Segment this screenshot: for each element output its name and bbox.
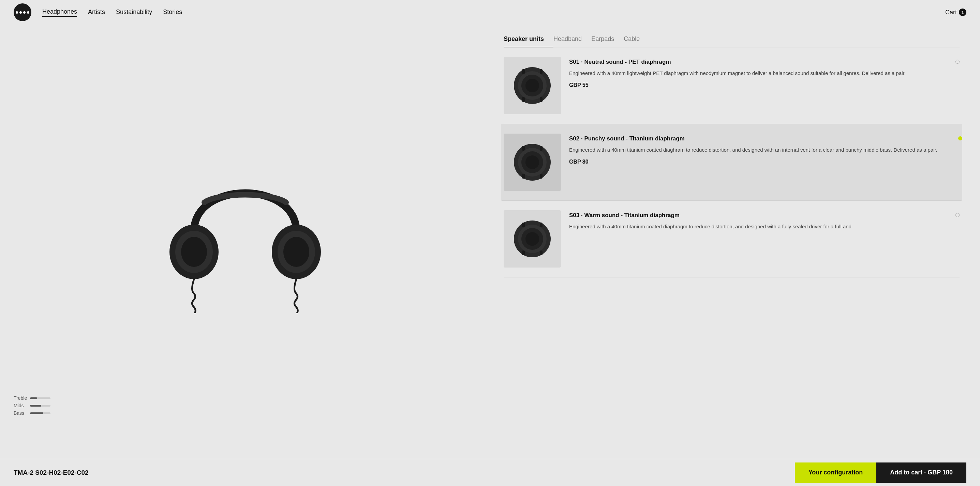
- product-name-s03: S03 · Warm sound - Titanium diaphragm: [569, 212, 959, 219]
- svg-rect-12: [540, 69, 542, 74]
- cart-badge: 1: [959, 8, 966, 16]
- nav-stories[interactable]: Stories: [163, 8, 182, 16]
- svg-rect-29: [522, 251, 525, 255]
- svg-point-26: [525, 232, 539, 246]
- nav-artists[interactable]: Artists: [88, 8, 105, 16]
- product-card-s03[interactable]: S03 · Warm sound - Titanium diaphragm En…: [504, 201, 959, 278]
- nav-headphones[interactable]: Headphones: [42, 8, 77, 17]
- product-thumb-s03: [504, 210, 561, 268]
- eq-display: Treble Mids Bass: [14, 395, 51, 418]
- product-card-s02[interactable]: S02 · Punchy sound - Titanium diaphragm …: [501, 124, 962, 201]
- tab-headband[interactable]: Headband: [554, 31, 591, 48]
- eq-treble-bar-bg: [30, 397, 51, 399]
- product-desc-s03: Engineered with a 40mm titanium coated d…: [569, 222, 959, 231]
- product-desc-s02: Engineered with a 40mm titanium coated d…: [569, 146, 959, 154]
- product-desc-s01: Engineered with a 40mm lightweight PET d…: [569, 69, 959, 77]
- svg-rect-21: [522, 174, 525, 179]
- eq-bass-label: Bass: [14, 410, 27, 416]
- product-info-s03: S03 · Warm sound - Titanium diaphragm En…: [569, 210, 959, 235]
- logo[interactable]: [14, 3, 31, 21]
- product-price-s01: GBP 55: [569, 82, 959, 88]
- tab-speaker-units[interactable]: Speaker units: [504, 31, 554, 48]
- speaker-s03-icon: [512, 218, 553, 259]
- svg-point-2: [181, 237, 207, 267]
- tab-cable[interactable]: Cable: [624, 31, 649, 48]
- speaker-s02-icon: [512, 142, 553, 183]
- svg-rect-28: [540, 222, 542, 227]
- select-dot-s01[interactable]: [955, 60, 959, 64]
- svg-point-18: [525, 156, 539, 169]
- headphones-illustration: [0, 25, 490, 425]
- eq-mids-label: Mids: [14, 403, 27, 408]
- product-card-s01[interactable]: S01 · Neutral sound - PET diaphragm Engi…: [504, 48, 959, 124]
- nav-links: Headphones Artists Sustainability Storie…: [42, 8, 182, 17]
- your-configuration-button[interactable]: Your configuration: [795, 462, 877, 483]
- svg-rect-22: [540, 174, 542, 179]
- eq-mids-bar-bg: [30, 405, 51, 407]
- eq-treble-bar: [30, 397, 37, 399]
- svg-rect-20: [540, 146, 542, 151]
- nav-sustainability[interactable]: Sustainability: [116, 8, 152, 16]
- cart-button[interactable]: Cart 1: [945, 8, 966, 16]
- right-panel: Speaker units Headband Earpads Cable: [490, 25, 980, 459]
- svg-rect-14: [540, 97, 542, 102]
- select-dot-s03[interactable]: [955, 213, 959, 217]
- component-tabs: Speaker units Headband Earpads Cable: [504, 31, 959, 48]
- bottom-bar: TMA-2 S02-H02-E02-C02 Your configuration…: [0, 459, 980, 486]
- svg-rect-27: [522, 222, 525, 227]
- cart-label: Cart: [945, 9, 957, 16]
- config-id-label: TMA-2 S02-H02-E02-C02: [14, 469, 89, 476]
- eq-mids-bar: [30, 405, 41, 407]
- svg-point-10: [525, 79, 539, 92]
- eq-bass-bar-bg: [30, 412, 51, 414]
- tab-earpads[interactable]: Earpads: [591, 31, 624, 48]
- navigation: Headphones Artists Sustainability Storie…: [0, 0, 980, 25]
- eq-treble-row: Treble: [14, 395, 51, 401]
- speaker-s01-icon: [512, 65, 553, 106]
- select-dot-s02[interactable]: [958, 136, 962, 140]
- headphones-svg: [156, 136, 334, 313]
- add-to-cart-button[interactable]: Add to cart · GBP 180: [877, 462, 966, 483]
- product-thumb-s01: [504, 57, 561, 114]
- logo-icon: [16, 11, 29, 14]
- product-price-s02: GBP 80: [569, 159, 959, 165]
- bottom-actions: Your configuration Add to cart · GBP 180: [795, 462, 966, 483]
- eq-treble-label: Treble: [14, 395, 27, 401]
- product-name-s02: S02 · Punchy sound - Titanium diaphragm: [569, 135, 959, 143]
- svg-rect-11: [522, 69, 525, 74]
- svg-rect-30: [540, 251, 542, 255]
- product-thumb-s02: [504, 133, 561, 191]
- main-content: Treble Mids Bass Speaker units: [0, 25, 980, 459]
- eq-bass-row: Bass: [14, 410, 51, 416]
- eq-mids-row: Mids: [14, 403, 51, 408]
- product-info-s02: S02 · Punchy sound - Titanium diaphragm …: [569, 133, 959, 165]
- product-name-s01: S01 · Neutral sound - PET diaphragm: [569, 58, 959, 66]
- left-panel: Treble Mids Bass: [0, 25, 490, 459]
- svg-rect-13: [522, 97, 525, 102]
- eq-bass-bar: [30, 412, 43, 414]
- product-info-s01: S01 · Neutral sound - PET diaphragm Engi…: [569, 57, 959, 88]
- svg-point-5: [283, 237, 309, 267]
- svg-rect-19: [522, 146, 525, 151]
